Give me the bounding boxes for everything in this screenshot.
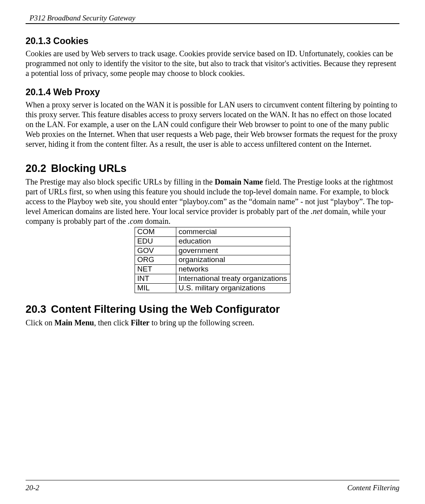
section-number: 20.2	[26, 162, 46, 174]
para-blocking: The Prestige may also block specific URL…	[26, 177, 399, 226]
page-number: 20-2	[26, 484, 39, 492]
heading-blocking-urls: 20.2Blocking URLs	[26, 162, 399, 175]
domain-code: GOV	[135, 246, 176, 255]
domain-code: COM	[135, 227, 176, 237]
heading-content-filtering: 20.3Content Filtering Using the Web Conf…	[26, 303, 399, 316]
text-fragment: domain.	[143, 217, 170, 225]
domain-code: EDU	[135, 236, 176, 246]
section-title: Blocking URLs	[51, 162, 127, 174]
domain-desc: International treaty organizations	[176, 274, 290, 283]
table-row: GOV government	[135, 246, 290, 255]
domain-code: MIL	[135, 283, 176, 293]
domain-desc: U.S. military organizations	[176, 283, 290, 293]
text-fragment: to bring up the following screen.	[150, 318, 254, 327]
domain-desc: government	[176, 246, 290, 255]
table-row: MIL U.S. military organizations	[135, 283, 290, 293]
page-container: P312 Broadband Security Gateway 20.1.3 C…	[0, 0, 425, 504]
section-title: Content Filtering Using the Web Configur…	[51, 303, 280, 315]
bold-domain-name: Domain Name	[214, 177, 263, 186]
table-row: COM commercial	[135, 227, 290, 237]
header-rule	[26, 23, 399, 24]
para-webproxy: When a proxy server is located on the WA…	[26, 100, 399, 149]
domain-code: ORG	[135, 255, 176, 265]
heading-cookies: 20.1.3 Cookies	[26, 36, 399, 46]
text-fragment: The Prestige may also block specific URL…	[26, 177, 214, 186]
page-footer: 20-2 Content Filtering	[26, 484, 399, 492]
italic-com: .com	[128, 217, 143, 225]
domain-code: NET	[135, 265, 176, 274]
text-fragment: Click on	[26, 318, 54, 327]
domain-desc: education	[176, 236, 290, 246]
domain-desc: organizational	[176, 255, 290, 265]
domains-table: COM commercial EDU education GOV governm…	[135, 227, 291, 293]
bold-main-menu: Main Menu	[54, 318, 94, 327]
domain-desc: commercial	[176, 227, 290, 237]
table-row: EDU education	[135, 236, 290, 246]
para-filtering: Click on Main Menu, then click Filter to…	[26, 318, 399, 328]
section-number: 20.3	[26, 303, 46, 315]
table-row: INT International treaty organizations	[135, 274, 290, 283]
spacer	[26, 336, 399, 480]
running-head: P312 Broadband Security Gateway	[26, 14, 399, 23]
domain-desc: networks	[176, 265, 290, 274]
bold-filter: Filter	[131, 318, 150, 327]
heading-webproxy: 20.1.4 Web Proxy	[26, 87, 399, 98]
table-row: NET networks	[135, 265, 290, 274]
domain-code: INT	[135, 274, 176, 283]
table-row: ORG organizational	[135, 255, 290, 265]
para-cookies: Cookies are used by Web servers to track…	[26, 49, 399, 78]
footer-section-label: Content Filtering	[347, 484, 399, 492]
footer-rule	[26, 480, 399, 480]
text-fragment: , then click	[94, 318, 131, 327]
italic-net: .net	[311, 207, 322, 216]
